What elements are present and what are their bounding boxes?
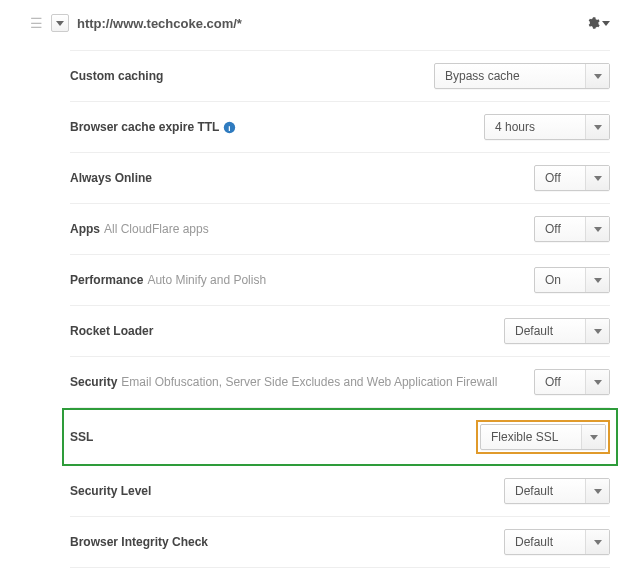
chevron-down-icon	[585, 479, 609, 503]
select-ssl[interactable]: Flexible SSL	[480, 424, 606, 450]
label-performance: Performance Auto Minify and Polish	[70, 273, 534, 287]
rule-footer: Reset Add rule	[70, 568, 610, 579]
rule-settings-list: Custom caching Bypass cache Browser cach…	[30, 50, 610, 579]
select-value: Off	[535, 217, 585, 241]
select-value: Default	[505, 530, 585, 554]
row-rocket-loader: Rocket Loader Default	[70, 306, 610, 357]
label-sub: Auto Minify and Polish	[147, 273, 266, 287]
drag-handle-icon[interactable]: ☰	[30, 16, 43, 30]
chevron-down-icon	[585, 217, 609, 241]
chevron-down-icon	[585, 530, 609, 554]
label-text: Security	[70, 375, 117, 389]
chevron-down-icon	[585, 268, 609, 292]
select-value: Bypass cache	[435, 64, 585, 88]
row-custom-caching: Custom caching Bypass cache	[70, 50, 610, 102]
row-browser-ttl: Browser cache expire TTL i 4 hours	[70, 102, 610, 153]
chevron-down-icon	[585, 319, 609, 343]
label-text: Performance	[70, 273, 143, 287]
select-value: 4 hours	[485, 115, 585, 139]
chevron-down-icon	[585, 115, 609, 139]
svg-text:i: i	[229, 123, 231, 132]
label-rocket-loader: Rocket Loader	[70, 324, 504, 338]
label-custom-caching: Custom caching	[70, 69, 434, 83]
rule-url-pattern: http://www.techcoke.com/*	[77, 16, 578, 31]
chevron-down-icon	[585, 370, 609, 394]
label-sub: Email Obfuscation, Server Side Excludes …	[121, 375, 497, 389]
label-apps: Apps All CloudFlare apps	[70, 222, 534, 236]
row-performance: Performance Auto Minify and Polish On	[70, 255, 610, 306]
row-always-online: Always Online Off	[70, 153, 610, 204]
highlight-ssl-select: Flexible SSL	[476, 420, 610, 454]
select-value: Off	[535, 166, 585, 190]
chevron-down-icon	[585, 166, 609, 190]
info-icon[interactable]: i	[223, 121, 236, 134]
rule-settings-menu[interactable]	[586, 16, 610, 30]
select-custom-caching[interactable]: Bypass cache	[434, 63, 610, 89]
chevron-down-icon	[581, 425, 605, 449]
label-text: Custom caching	[70, 69, 163, 83]
label-text: SSL	[70, 430, 93, 444]
select-security[interactable]: Off	[534, 369, 610, 395]
select-value: Default	[505, 479, 585, 503]
label-text: Rocket Loader	[70, 324, 153, 338]
row-ssl: SSL Flexible SSL	[62, 408, 618, 466]
select-security-level[interactable]: Default	[504, 478, 610, 504]
label-always-online: Always Online	[70, 171, 534, 185]
select-browser-integrity[interactable]: Default	[504, 529, 610, 555]
select-performance[interactable]: On	[534, 267, 610, 293]
label-text: Browser cache expire TTL	[70, 120, 219, 134]
label-security-level: Security Level	[70, 484, 504, 498]
chevron-down-icon	[585, 64, 609, 88]
row-security: Security Email Obfuscation, Server Side …	[70, 357, 610, 408]
select-value: On	[535, 268, 585, 292]
select-value: Flexible SSL	[481, 425, 581, 449]
rule-collapse-toggle[interactable]	[51, 14, 69, 32]
select-browser-ttl[interactable]: 4 hours	[484, 114, 610, 140]
rule-header: ☰ http://www.techcoke.com/*	[30, 10, 610, 32]
select-rocket-loader[interactable]: Default	[504, 318, 610, 344]
label-text: Security Level	[70, 484, 151, 498]
row-browser-integrity: Browser Integrity Check Default	[70, 517, 610, 568]
select-value: Default	[505, 319, 585, 343]
label-security: Security Email Obfuscation, Server Side …	[70, 375, 534, 389]
select-always-online[interactable]: Off	[534, 165, 610, 191]
select-apps[interactable]: Off	[534, 216, 610, 242]
select-value: Off	[535, 370, 585, 394]
label-browser-integrity: Browser Integrity Check	[70, 535, 504, 549]
label-browser-ttl: Browser cache expire TTL i	[70, 120, 484, 134]
label-text: Browser Integrity Check	[70, 535, 208, 549]
label-ssl: SSL	[70, 430, 476, 444]
label-text: Always Online	[70, 171, 152, 185]
row-apps: Apps All CloudFlare apps Off	[70, 204, 610, 255]
label-text: Apps	[70, 222, 100, 236]
row-security-level: Security Level Default	[70, 466, 610, 517]
label-sub: All CloudFlare apps	[104, 222, 209, 236]
